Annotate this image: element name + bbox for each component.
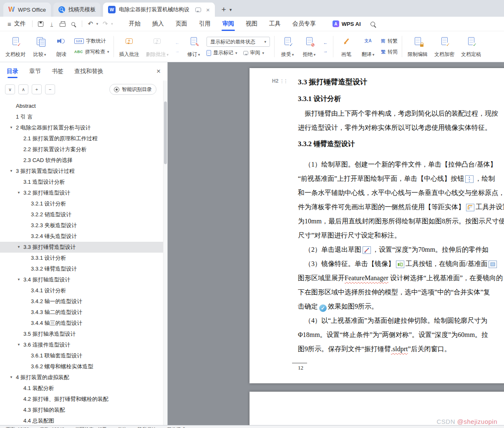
- toc-item[interactable]: ▼3.3 振打锤臂造型设计: [0, 242, 167, 253]
- reject-change-button[interactable]: ⊘ 拒绝▾: [299, 33, 320, 60]
- finalize-document-button[interactable]: ✓ 文档定稿: [458, 33, 484, 60]
- new-tab-button[interactable]: +: [222, 5, 226, 13]
- tab-start[interactable]: 开始: [123, 17, 146, 31]
- close-panel-icon[interactable]: ×: [156, 67, 161, 76]
- toc-item[interactable]: ▼3.4 振打轴造型设计: [0, 274, 167, 285]
- to-traditional-button[interactable]: 简 转繁: [381, 38, 398, 45]
- translate-button[interactable]: 文A 翻译▾: [358, 33, 378, 60]
- toc-item[interactable]: 3.5 振打轴承造型设计: [0, 329, 167, 339]
- toc-item[interactable]: 3.4.4 轴三的造型设计: [0, 318, 167, 329]
- markup-state-select[interactable]: 显示标记的最终状态 ▾: [207, 37, 270, 47]
- expand-triangle-icon[interactable]: ▼: [17, 242, 20, 253]
- toc-item[interactable]: 3.2.4 锤头造型设计: [0, 231, 167, 242]
- toc-item[interactable]: 4.2 振打锤、振打锤臂和螺栓的装配: [0, 394, 167, 405]
- toc-item[interactable]: 3.3.1 设计分析: [0, 253, 167, 263]
- restrict-editing-button[interactable]: 限制编辑: [405, 33, 431, 60]
- toc-scrollbar-thumb[interactable]: [164, 101, 167, 164]
- toc-item[interactable]: ▼3.6 连接件造型设计: [0, 339, 167, 350]
- expand-triangle-icon[interactable]: ▼: [10, 166, 13, 177]
- expand-triangle-icon[interactable]: ▼: [10, 372, 13, 383]
- toc-item[interactable]: 3.2.2 销造型设计: [0, 209, 167, 220]
- toc-item[interactable]: 4.3 振打轴的装配: [0, 405, 167, 415]
- close-tab-icon[interactable]: ×: [206, 6, 210, 13]
- toc-item[interactable]: 3.4.2 轴一的造型设计: [0, 296, 167, 307]
- toc-item[interactable]: 3.4.1 设计分析: [0, 285, 167, 296]
- save-button[interactable]: [35, 19, 46, 29]
- toc-scrollbar[interactable]: [163, 81, 167, 425]
- chat-bubble-icon[interactable]: [195, 8, 201, 12]
- tab-reference[interactable]: 引用: [193, 17, 217, 31]
- tab-template-store[interactable]: 找稿壳模板: [53, 3, 101, 17]
- search-button[interactable]: [368, 19, 378, 29]
- expand-triangle-icon[interactable]: ▼: [17, 339, 20, 350]
- toc-item[interactable]: 2.3 CAD 软件的选择: [0, 155, 167, 166]
- print-preview-button[interactable]: [68, 19, 79, 29]
- expand-all-button[interactable]: ∧: [18, 84, 28, 94]
- expand-triangle-icon[interactable]: ▼: [10, 122, 13, 133]
- compare-button[interactable]: 比较▾: [29, 33, 50, 60]
- toc-item[interactable]: 4.1 装配分析: [0, 383, 167, 394]
- next-change-button[interactable]: →: [322, 48, 329, 54]
- tab-view[interactable]: 视图: [240, 17, 263, 31]
- encrypt-document-button[interactable]: ✓ 文档加密: [431, 33, 457, 60]
- toc-item[interactable]: 3.6.2 螺母和螺栓实体造型: [0, 361, 167, 372]
- redo-button[interactable]: ↷: [100, 19, 111, 29]
- redo-caret-icon[interactable]: ▾: [111, 22, 113, 26]
- expand-triangle-icon[interactable]: ▼: [17, 274, 20, 285]
- tab-tools[interactable]: 工具: [263, 17, 287, 31]
- smart-toc-button[interactable]: 智能识别目录: [109, 84, 156, 95]
- print-button[interactable]: [57, 19, 68, 29]
- document-page-1[interactable]: H2 ⋮⋮ 3.3 振打锤臂造型设计3.3.1 设计分析 振打锤臂由上下两个零件…: [249, 68, 504, 383]
- toc-item[interactable]: ▼3 振打装置造型设计过程: [0, 166, 167, 177]
- tab-member[interactable]: 会员专享: [287, 17, 322, 31]
- expand-triangle-icon[interactable]: ▼: [17, 187, 20, 198]
- read-aloud-button[interactable]: 朗读: [51, 33, 72, 60]
- wps-ai-button[interactable]: A WPS AI: [333, 20, 361, 27]
- toc-item[interactable]: ▼3.2 振打锤造型设计: [0, 187, 167, 198]
- tab-review[interactable]: 审阅: [217, 17, 240, 31]
- delete-comment-button[interactable]: × 删除批注▾: [143, 33, 172, 60]
- toc-item[interactable]: ▼2 电除尘器振打装置分析与设计: [0, 122, 167, 133]
- accept-change-button[interactable]: ✓ 接受▾: [277, 33, 298, 60]
- tab-wps-office[interactable]: W WPS Office: [3, 3, 51, 17]
- panel-tab-toc[interactable]: 目录: [7, 62, 18, 81]
- heading-drag-handle[interactable]: H2 ⋮⋮: [272, 78, 287, 84]
- tab-insert[interactable]: 插入: [146, 17, 170, 31]
- panel-tab-bookmarks[interactable]: 书签: [52, 62, 63, 81]
- tab-page[interactable]: 页面: [170, 17, 193, 31]
- show-markup-button[interactable]: 显示标记 ▾: [207, 49, 237, 56]
- next-comment-button[interactable]: →: [174, 48, 181, 54]
- toc-item[interactable]: 1 引 言: [0, 111, 167, 122]
- decrease-level-button[interactable]: −: [45, 84, 55, 94]
- toc-item[interactable]: ▼4 振打装置的虚拟装配: [0, 372, 167, 383]
- toc-item[interactable]: 4.4 总装配图: [0, 415, 167, 425]
- spell-check-button[interactable]: ABC 拼写检查 ▾: [74, 48, 109, 56]
- toc-item[interactable]: 2.1 振打装置的原理和工作过程: [0, 133, 167, 144]
- doc-proofread-button[interactable]: ✓ 文档校对: [3, 33, 28, 60]
- toc-item[interactable]: 3.4.3 轴二的造型设计: [0, 307, 167, 318]
- toc-item[interactable]: 3.2.3 夹板造型设计: [0, 220, 167, 231]
- previous-change-button[interactable]: ←: [322, 39, 329, 46]
- track-changes-button[interactable]: ✎ 修订▾: [183, 33, 204, 60]
- toc-item[interactable]: 3.1 造型设计分析: [0, 177, 167, 187]
- file-menu-button[interactable]: ≡ 文件: [4, 20, 29, 28]
- insert-comment-button[interactable]: + 插入批注: [116, 33, 142, 60]
- previous-comment-button[interactable]: ←: [174, 39, 181, 46]
- toc-item[interactable]: 3.3.2 锤臂造型设计: [0, 263, 167, 274]
- undo-button[interactable]: ↶: [85, 19, 96, 29]
- ink-brush-button[interactable]: 画笔: [336, 33, 357, 60]
- undo-caret-icon[interactable]: ▾: [96, 22, 98, 26]
- toc-item[interactable]: Abstract: [0, 101, 167, 111]
- to-simplified-button[interactable]: 繁 转简: [381, 48, 398, 56]
- toc-item[interactable]: 2.2 振打装置设计方案分析: [0, 144, 167, 155]
- tab-current-document[interactable]: W 电除尘器振打装置机械结构设 ×: [103, 3, 215, 17]
- toc-item[interactable]: 3.6.1 联轴套造型设计: [0, 350, 167, 361]
- review-pane-button[interactable]: 审阅 ▾: [243, 49, 265, 56]
- tab-list-caret-icon[interactable]: ▾: [229, 7, 232, 13]
- word-count-button[interactable]: 123 字数统计: [74, 38, 109, 45]
- panel-tab-find-replace[interactable]: 查找和替换: [74, 62, 103, 81]
- increase-level-button[interactable]: +: [32, 84, 42, 94]
- export-button[interactable]: ↓: [46, 19, 57, 29]
- toc-item[interactable]: 3.2.1 设计分析: [0, 198, 167, 209]
- panel-tab-chapters[interactable]: 章节: [29, 62, 41, 81]
